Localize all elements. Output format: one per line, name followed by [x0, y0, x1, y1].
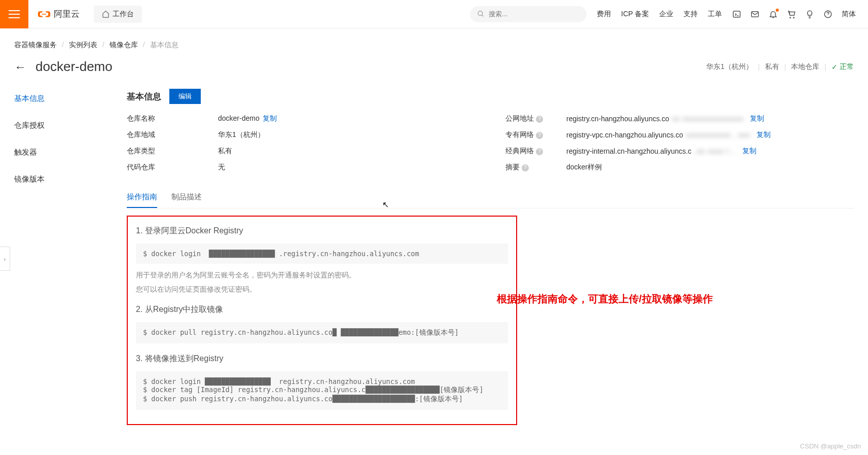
search-wrap	[470, 6, 587, 22]
info-grid: 仓库名称 docker-demo复制 公网地址? registry.cn-han…	[127, 114, 854, 172]
lbl-summary: 摘要?	[505, 163, 566, 172]
code-push: $ docker login ████████████████ registry…	[136, 371, 508, 410]
lbl-code-repo: 代码仓库	[127, 163, 218, 172]
workbench-label: 工作台	[113, 10, 134, 19]
tips-icon[interactable]	[805, 10, 814, 19]
cart-icon[interactable]	[787, 10, 796, 19]
help-icon[interactable]	[823, 10, 833, 19]
copy-classic-addr[interactable]: 复制	[742, 147, 756, 156]
nav-basic-info[interactable]: 基本信息	[14, 89, 115, 109]
search-icon	[477, 10, 485, 18]
hamburger-menu-button[interactable]	[0, 0, 28, 28]
svg-line-1	[482, 15, 483, 16]
top-links: 费用 ICP 备案 企业 支持 工单	[597, 10, 732, 19]
help-icon[interactable]: ?	[522, 164, 529, 171]
annotation-text: 根据操作指南命令，可直接上传/拉取镜像等操作	[497, 292, 713, 306]
side-expand-toggle[interactable]: ›	[0, 247, 10, 271]
guide-section-2: 2. 从Registry中拉取镜像 $ docker pull registry…	[136, 304, 508, 343]
val-repo-region: 华东1（杭州）	[218, 130, 505, 139]
svg-rect-2	[733, 11, 740, 17]
crumb-service[interactable]: 容器镜像服务	[14, 41, 57, 50]
nav-trigger[interactable]: 触发器	[14, 143, 115, 162]
meta-visibility: 私有	[765, 62, 779, 72]
link-support[interactable]: 支持	[683, 10, 698, 19]
meta-region: 华东1（杭州）	[706, 62, 753, 72]
home-icon	[102, 10, 110, 18]
search-box[interactable]	[470, 6, 587, 22]
val-classic-addr: registry-internal.cn-hangzhou.aliyuncs.c…	[566, 147, 749, 156]
crumb-instances[interactable]: 实例列表	[69, 41, 97, 50]
topbar: 阿里云 工作台 费用 ICP 备案 企业 支持 工单 简体	[0, 0, 868, 28]
side-nav: 基本信息 仓库授权 触发器 镜像版本	[14, 89, 115, 425]
top-icons: 简体	[732, 10, 868, 19]
title-row: ← docker-demo 华东1（杭州）| 私有| 本地仓库| 正常	[14, 59, 854, 75]
help-icon[interactable]: ?	[536, 116, 543, 123]
brand-text: 阿里云	[54, 8, 80, 20]
guide-title-1: 1. 登录阿里云Docker Registry	[136, 226, 508, 236]
meta-repo-type: 本地仓库	[791, 62, 819, 72]
guide-title-2: 2. 从Registry中拉取镜像	[136, 304, 508, 315]
val-vpc-addr: registry-vpc.cn-hangzhou.aliyuncs.coxxxx…	[566, 130, 749, 139]
guide-note-1b: 您可以在访问凭证页面修改凭证密码。	[136, 285, 508, 294]
back-arrow[interactable]: ←	[14, 60, 26, 74]
link-enterprise[interactable]: 企业	[659, 10, 673, 19]
brand-logo[interactable]: 阿里云	[28, 8, 89, 21]
lbl-repo-type: 仓库类型	[127, 147, 218, 156]
lbl-repo-name: 仓库名称	[127, 114, 218, 123]
notification-icon[interactable]	[769, 10, 778, 19]
link-ticket[interactable]: 工单	[708, 10, 722, 19]
copy-public-addr[interactable]: 复制	[750, 114, 764, 123]
guide-box: 1. 登录阿里云Docker Registry $ docker login █…	[127, 216, 517, 425]
panel-title: 基本信息	[127, 91, 161, 102]
message-icon[interactable]	[750, 10, 760, 19]
svg-point-0	[478, 11, 483, 16]
link-icp[interactable]: ICP 备案	[621, 10, 649, 19]
code-login: $ docker login ████████████████ .registr…	[136, 243, 508, 264]
copy-repo-name[interactable]: 复制	[263, 114, 277, 122]
title-meta: 华东1（杭州）| 私有| 本地仓库| 正常	[706, 62, 854, 72]
val-repo-name: docker-demo复制	[218, 114, 505, 123]
workbench-button[interactable]: 工作台	[94, 6, 142, 23]
crumb-repos[interactable]: 镜像仓库	[110, 41, 138, 50]
val-code-repo: 无	[218, 163, 505, 172]
code-pull: $ docker pull registry.cn-hangzhou.aliyu…	[136, 322, 508, 343]
nav-repo-auth[interactable]: 仓库授权	[14, 116, 115, 135]
lbl-vpc-addr: 专有网络?	[505, 130, 566, 139]
content: 基本信息 编辑 仓库名称 docker-demo复制 公网地址? registr…	[115, 89, 854, 425]
alibaba-cloud-icon	[38, 8, 51, 21]
page: › ↖ 容器镜像服务/ 实例列表/ 镜像仓库/ 基本信息 ← docker-de…	[0, 28, 868, 440]
tab-guide[interactable]: 操作指南	[127, 187, 157, 208]
status-badge: 正常	[831, 62, 854, 72]
lbl-public-addr: 公网地址?	[505, 114, 566, 123]
search-input[interactable]	[489, 10, 580, 18]
guide-section-1: 1. 登录阿里云Docker Registry $ docker login █…	[136, 226, 508, 294]
lbl-repo-region: 仓库地域	[127, 130, 218, 139]
tab-artifact-desc[interactable]: 制品描述	[171, 187, 202, 208]
val-repo-type: 私有	[218, 147, 505, 156]
guide-title-3: 3. 将镜像推送到Registry	[136, 354, 508, 364]
lbl-classic-addr: 经典网络?	[505, 147, 566, 156]
guide-note-1a: 用于登录的用户名为阿里云账号全名，密码为开通服务时设置的密码。	[136, 271, 508, 280]
page-title: docker-demo	[35, 59, 113, 75]
panel-head: 基本信息 编辑	[127, 89, 854, 104]
crumb-current: 基本信息	[150, 41, 178, 50]
val-public-addr: registry.cn-hangzhou.aliyuncs.coxx xxxxx…	[566, 114, 749, 123]
inner-tabs: 操作指南 制品描述	[127, 187, 854, 208]
val-summary: docker样例	[566, 163, 854, 172]
link-billing[interactable]: 费用	[597, 10, 611, 19]
edit-button[interactable]: 编辑	[169, 89, 201, 104]
copy-vpc-addr[interactable]: 复制	[756, 130, 771, 139]
language-switch[interactable]: 简体	[842, 10, 856, 19]
breadcrumb: 容器镜像服务/ 实例列表/ 镜像仓库/ 基本信息	[14, 41, 854, 50]
nav-image-versions[interactable]: 镜像版本	[14, 169, 115, 189]
help-icon[interactable]: ?	[536, 148, 543, 155]
cloudshell-icon[interactable]	[732, 10, 741, 19]
guide-section-3: 3. 将镜像推送到Registry $ docker login ███████…	[136, 354, 508, 410]
help-icon[interactable]: ?	[536, 132, 543, 139]
